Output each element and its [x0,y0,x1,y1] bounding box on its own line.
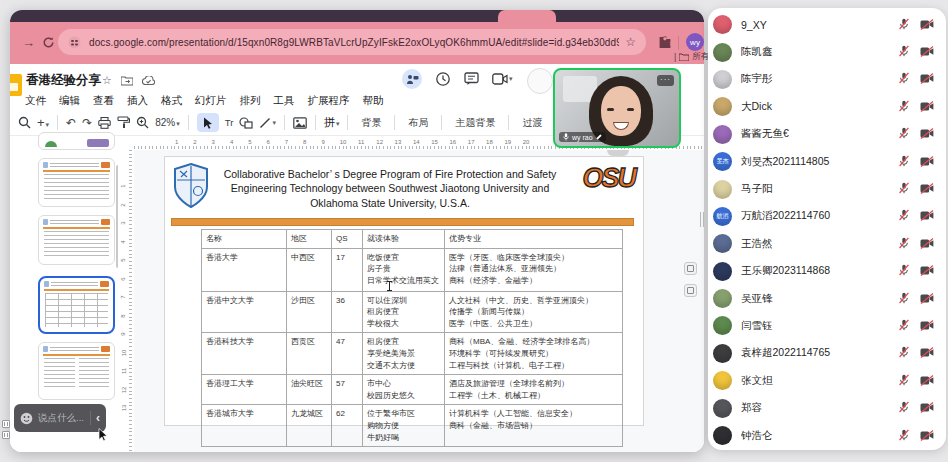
extensions-icon[interactable] [658,35,672,49]
cloud-status-icon[interactable] [142,76,155,85]
side-panel-toggle[interactable] [684,262,697,275]
bookmark-star-icon[interactable]: ☆ [625,35,636,49]
menu-item[interactable]: 扩展程序 [308,94,350,108]
site-info-icon[interactable] [68,36,81,49]
mic-muted-icon[interactable] [898,344,912,362]
camera-off-icon[interactable] [920,372,934,390]
search-icon[interactable] [18,116,31,129]
more-options-button[interactable]: ··· [657,75,674,86]
active-tab[interactable] [498,10,556,22]
participant-row[interactable]: 王浩然 [708,230,946,257]
camera-off-icon[interactable] [920,399,934,417]
reload-icon[interactable] [42,36,55,49]
browser-profile-avatar[interactable]: wy [686,33,704,51]
transition-button[interactable]: 过渡 [517,116,547,130]
camera-off-icon[interactable] [920,70,934,88]
camera-off-icon[interactable] [920,98,934,116]
browser-tab-strip[interactable] [10,10,704,22]
print-icon[interactable] [98,117,111,129]
mic-muted-icon[interactable] [898,98,912,116]
comments-icon[interactable] [464,72,479,86]
menu-item[interactable]: 幻灯片 [195,94,227,108]
add-slide-button[interactable]: +▾ [37,115,49,130]
presenter-mode-button[interactable] [402,69,422,89]
mic-muted-icon[interactable] [898,180,912,198]
mic-muted-icon[interactable] [898,207,912,225]
account-avatar[interactable] [527,68,553,94]
current-slide[interactable]: Collaborative Bachelor’ s Degree Program… [164,156,644,426]
chat-input-overlay[interactable]: 说点什么... ‹ [14,404,106,432]
slide-title[interactable]: Collaborative Bachelor’ s Degree Program… [217,167,563,210]
emoji-icon[interactable] [20,412,33,425]
slide-thumbnail[interactable] [38,342,115,400]
participant-row[interactable]: 钟浩仑 [708,422,946,449]
camera-off-icon[interactable] [920,262,934,280]
menu-item[interactable]: 工具 [274,94,295,108]
participant-row[interactable]: 陈凯鑫 [708,38,946,65]
move-folder-icon[interactable] [121,76,133,86]
participant-row[interactable]: 9_XY [708,11,946,38]
participant-row[interactable]: 张文炟 [708,367,946,394]
webcam-collapse-handle[interactable] [607,150,629,156]
camera-off-icon[interactable] [920,207,934,225]
menu-item[interactable]: 排列 [240,94,261,108]
mic-muted-icon[interactable] [898,262,912,280]
camera-off-icon[interactable] [920,180,934,198]
slide-thumbnail[interactable] [38,215,115,265]
select-tool-button[interactable] [197,113,219,132]
camera-off-icon[interactable] [920,16,934,34]
layout-button[interactable]: 布局 [403,116,433,130]
line-tool[interactable]: ▾ [259,117,276,129]
bookmarks-folder-label[interactable]: 所有 [692,51,709,63]
mic-muted-icon[interactable] [898,427,912,445]
side-panel-toggle[interactable] [684,284,697,297]
bookmarks-bar[interactable]: | 所有 [674,51,709,63]
menu-item[interactable]: 编辑 [59,94,80,108]
participant-row[interactable]: 吴亚锋 [708,285,946,312]
menu-item[interactable]: 文件 [25,94,46,108]
mic-muted-icon[interactable] [898,16,912,34]
camera-off-icon[interactable] [920,427,934,445]
mic-muted-icon[interactable] [898,235,912,253]
slide-thumbnail[interactable] [38,158,115,207]
document-title[interactable]: 香港经验分享 [26,72,101,89]
menu-item[interactable]: 格式 [161,94,182,108]
text-box-tool[interactable]: Tr [225,117,234,128]
mic-muted-icon[interactable] [898,43,912,61]
participant-row[interactable]: 酱酱无鱼€ [708,121,946,148]
menu-item[interactable]: 插入 [127,94,148,108]
zoom-level-select[interactable]: 82%▾ [155,117,180,128]
edit-name-icon[interactable] [596,134,602,140]
webcam-overlay[interactable]: ··· wy rao [553,68,681,148]
menu-item[interactable]: 查看 [93,94,114,108]
film-view-icon[interactable] [2,431,10,439]
background-button[interactable]: 背景 [356,116,386,130]
participant-row[interactable]: 陈宇彤 [708,66,946,93]
undo-icon[interactable]: ↶ [66,116,76,130]
mic-muted-icon[interactable] [898,290,912,308]
participant-row[interactable]: 大Dick [708,93,946,120]
mic-muted-icon[interactable] [898,317,912,335]
insert-image-icon[interactable] [293,117,307,129]
shapes-tool-icon[interactable] [239,117,253,129]
camera-off-icon[interactable] [920,344,934,362]
participant-row[interactable]: 闫雪钰 [708,312,946,339]
grid-view-icon[interactable] [2,420,10,428]
universities-table[interactable]: 名称 地区 QS 就读体验 优势专业 香港大学 中西区 17 吃饭便宜 房子贵 … [201,229,623,447]
redo-icon[interactable]: ↷ [82,116,92,130]
chat-input[interactable]: 说点什么... [38,412,85,425]
camera-off-icon[interactable] [920,125,934,143]
camera-off-icon[interactable] [920,43,934,61]
collapse-chat-icon[interactable]: ‹ [96,411,100,425]
theme-button[interactable]: 主题背景 [450,116,500,130]
participant-row[interactable]: 郑容 [708,394,946,421]
camera-off-icon[interactable] [920,317,934,335]
mic-muted-icon[interactable] [898,125,912,143]
participant-row[interactable]: 王乐卿2023114868 [708,258,946,285]
participant-row[interactable]: 航滔万航滔2022114760 [708,203,946,230]
slide-thumbnail[interactable] [38,132,115,150]
slide-thumbnail-selected[interactable] [38,276,115,334]
video-call-button[interactable]: ▾ [492,73,513,85]
mic-muted-icon[interactable] [898,399,912,417]
forward-icon[interactable]: → [22,35,35,51]
